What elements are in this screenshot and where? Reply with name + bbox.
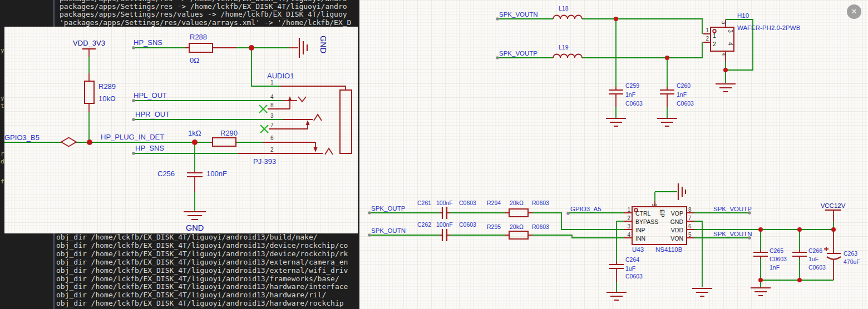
pin-number: 2	[706, 36, 709, 42]
ref-label: U43	[632, 246, 644, 253]
ref-label: C262	[417, 221, 431, 228]
terminal-pane-divider	[53, 233, 55, 309]
pin-number: 4	[721, 53, 727, 56]
pin-number: 3	[627, 223, 630, 230]
junction-dot	[758, 278, 763, 282]
junction-dot	[614, 17, 618, 21]
value-label: 1nF	[770, 264, 780, 271]
ref-label: R288	[190, 33, 207, 41]
pin-number: 2	[627, 215, 630, 221]
pin-number: 4	[627, 232, 630, 238]
wire-end-dot	[748, 211, 751, 215]
pin-name: BYPASS	[635, 218, 658, 225]
value-label: 10kΩ	[98, 94, 116, 103]
close-button[interactable]: ×	[847, 4, 861, 19]
ref-label: R289	[98, 82, 116, 91]
pin-name: 4	[727, 42, 734, 46]
package-label: R0603	[532, 223, 549, 230]
close-icon: ×	[851, 7, 856, 16]
package-label: C0603	[459, 200, 476, 206]
pin-number: 7	[270, 122, 274, 128]
wire-end-dot	[748, 236, 751, 240]
ref-label: L19	[559, 44, 569, 51]
net-label: HPR_OUT	[135, 110, 170, 118]
pin-number: 1	[627, 207, 630, 213]
wire-end-dot	[132, 46, 135, 49]
wire-end-dot	[496, 56, 499, 59]
value-label: 1kΩ	[188, 129, 201, 137]
net-label: HP_SNS	[134, 38, 162, 47]
ref-label: C256	[157, 170, 175, 178]
pin-number: 3	[721, 21, 727, 24]
terminal-output-bottom[interactable]: obj_dir /home/lckfb/EX_DISK_4T/liguoyi/a…	[56, 233, 348, 308]
pin-number: 8	[270, 102, 274, 108]
value-label: 100nF	[206, 170, 227, 178]
ground-label: GND	[186, 223, 204, 232]
net-label: SPK_VOUTP	[713, 206, 752, 212]
pin-name: 1	[713, 32, 716, 39]
pin-number: 1	[706, 27, 709, 33]
pin-name: INP	[635, 227, 645, 233]
pin-name: VOP	[671, 210, 683, 217]
pin-number: 3	[270, 113, 274, 119]
pin-name: EP	[659, 210, 665, 217]
net-label-hp-plug-in-det[interactable]: HP_PLUG_IN_DET	[101, 133, 164, 141]
pin-name: 2	[713, 41, 716, 47]
ref-label: C263	[844, 250, 857, 257]
net-label: SPK_VOUTN	[499, 11, 538, 18]
value-label: 0Ω	[190, 56, 199, 64]
pin-name: GND	[670, 218, 684, 225]
ref-label: C265	[770, 247, 783, 254]
pin-number: 9	[651, 203, 657, 207]
package-label: C0603	[625, 100, 643, 107]
value-label: 1nF	[677, 91, 687, 98]
value-label: 20kΩ	[510, 223, 524, 230]
ref-label: R294	[487, 200, 501, 206]
pin-number: 4	[270, 94, 274, 100]
ground-label: GND	[319, 36, 328, 53]
pin-name: 3	[727, 29, 734, 33]
value-label: 100nF	[436, 221, 453, 228]
schematic-canvas-headphone[interactable]: VDD_3V3 R289 10kΩ HP_SNS R288 0Ω GND	[4, 27, 358, 233]
grid-large	[359, 0, 868, 309]
wire-end-dot	[368, 211, 371, 215]
net-label: GPIO3_B5	[4, 133, 40, 142]
package-label: C0603	[677, 100, 694, 107]
junction-dot	[758, 227, 763, 232]
terminal-edge-fragments: yytrdf	[0, 0, 4, 309]
value-label: 1uF	[808, 256, 818, 262]
part-label: WAFER-PH2.0-2PWB	[737, 24, 801, 31]
net-label: SPK_VOUTN	[713, 231, 752, 237]
package-label: R0603	[532, 200, 549, 206]
ref-label: AUDIO1	[267, 72, 294, 80]
value-label: 20kΩ	[510, 200, 524, 206]
package-label: C0603	[625, 273, 643, 280]
junction-dot	[797, 227, 802, 232]
part-label: PJ-393	[253, 157, 276, 166]
pin-number: 6	[688, 223, 692, 230]
wire-end-dot	[566, 212, 570, 215]
wire-end-dot	[132, 118, 135, 121]
pin-number: 1	[270, 79, 274, 86]
junction-dot	[249, 45, 254, 51]
net-label: HPL_OUT	[134, 91, 167, 99]
part-label: NS4110B	[655, 246, 683, 253]
junction-dot	[87, 139, 92, 145]
wire-end-dot	[132, 99, 135, 102]
screen: packages/apps/Settings/res -> /home/lckf…	[0, 0, 868, 309]
pin-name: VDD	[671, 227, 684, 233]
net-label: HP_SNS	[135, 144, 164, 152]
pin-name: INN	[635, 235, 645, 242]
ref-label: C259	[625, 82, 639, 89]
net-label: SPK_VOUTP	[499, 50, 537, 57]
schematic-canvas-speaker[interactable]: SPK_VOUTN SPK_VOUTP L18 L19 C259 1nF C06…	[359, 0, 868, 309]
ref-label: R290	[220, 129, 238, 137]
package-label: C0603	[770, 256, 787, 262]
pin-number: 7	[688, 215, 692, 221]
pin-name: VON	[670, 235, 683, 242]
junction-dot	[192, 139, 198, 145]
junction-dot	[723, 68, 728, 72]
net-label: GPIO3_A5	[570, 206, 601, 212]
wire-end-dot	[132, 152, 135, 155]
terminal-output-top[interactable]: packages/apps/Settings/res -> /home/lckf…	[60, 0, 351, 27]
